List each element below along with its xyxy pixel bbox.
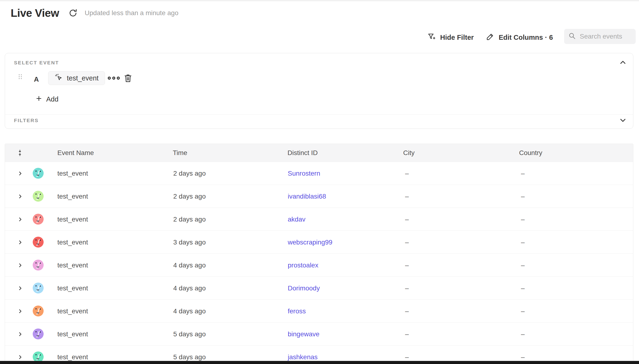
- refresh-icon[interactable]: [69, 8, 78, 18]
- user-avatar: [33, 237, 44, 248]
- column-header-event-name: Event Name: [57, 149, 94, 157]
- cell-distinct-id-link[interactable]: Dorimoody: [288, 284, 320, 292]
- cell-event-name: test_event: [57, 262, 88, 269]
- table-row: test_event 5 days ago bingewave – –: [5, 322, 633, 345]
- table-row: test_event 2 days ago akdav – –: [5, 208, 633, 230]
- cursor-click-icon: [55, 73, 63, 83]
- drag-handle-icon[interactable]: [18, 74, 23, 81]
- table-row: test_event 2 days ago ivandiblasi68 – –: [5, 184, 633, 208]
- cell-time: 5 days ago: [173, 353, 206, 361]
- cell-time: 4 days ago: [173, 308, 206, 315]
- cell-distinct-id-link[interactable]: Sunrostern: [288, 170, 320, 177]
- expand-row-chevron-icon[interactable]: [17, 285, 23, 292]
- cell-country: –: [521, 330, 525, 338]
- edit-columns-button[interactable]: Edit Columns · 6: [486, 33, 553, 42]
- page-header: Live View Updated less than a minute ago: [11, 7, 178, 20]
- cell-country: –: [521, 170, 525, 177]
- expand-row-chevron-icon[interactable]: [17, 193, 23, 200]
- user-avatar: [33, 328, 44, 340]
- cell-distinct-id-link[interactable]: webscraping99: [288, 238, 332, 246]
- cell-distinct-id-link[interactable]: ivandiblasi68: [288, 193, 326, 200]
- query-panel: SELECT EVENT A test_event: [5, 53, 633, 129]
- live-view-page: Live View Updated less than a minute ago…: [0, 0, 639, 364]
- cell-city: –: [405, 170, 409, 177]
- column-header-city: City: [403, 149, 414, 157]
- plus-icon: [35, 95, 43, 104]
- collapse-rows-icon[interactable]: [16, 149, 24, 158]
- collapse-section-chevron-up-icon[interactable]: [619, 58, 627, 66]
- cell-event-name: test_event: [57, 193, 88, 200]
- cell-event-name: test_event: [57, 284, 88, 292]
- event-row-letter: A: [34, 76, 39, 83]
- expand-row-chevron-icon[interactable]: [17, 354, 23, 361]
- cell-distinct-id-link[interactable]: feross: [288, 308, 306, 315]
- cell-event-name: test_event: [57, 308, 88, 315]
- cell-time: 2 days ago: [173, 170, 206, 177]
- search-icon: [568, 32, 576, 41]
- cell-distinct-id-link[interactable]: jashkenas: [288, 353, 318, 361]
- user-avatar: [33, 168, 44, 179]
- expand-row-chevron-icon[interactable]: [17, 170, 23, 178]
- column-header-time: Time: [173, 149, 187, 157]
- table-row: test_event 3 days ago webscraping99 – –: [5, 230, 633, 254]
- table-body: test_event 2 days ago Sunrostern – – tes…: [5, 162, 633, 364]
- cell-country: –: [521, 238, 525, 246]
- event-selector-chip[interactable]: test_event: [48, 71, 105, 85]
- user-avatar: [33, 214, 44, 224]
- cell-time: 2 days ago: [173, 216, 206, 223]
- cell-event-name: test_event: [57, 330, 88, 338]
- user-avatar: [33, 191, 44, 202]
- expand-filters-chevron-down-icon[interactable]: [619, 116, 627, 124]
- cell-city: –: [405, 284, 409, 292]
- hide-filter-label: Hide Filter: [440, 34, 474, 42]
- cell-country: –: [521, 353, 525, 361]
- select-event-label: SELECT EVENT: [14, 60, 59, 66]
- expand-row-chevron-icon[interactable]: [17, 331, 23, 338]
- user-avatar: [33, 306, 44, 316]
- cell-time: 4 days ago: [173, 284, 206, 292]
- cell-event-name: test_event: [57, 216, 88, 223]
- bottom-bar: [0, 361, 639, 364]
- column-header-country: Country: [519, 149, 542, 157]
- search-box[interactable]: [564, 29, 636, 44]
- cell-event-name: test_event: [57, 238, 88, 246]
- cell-distinct-id-link[interactable]: akdav: [288, 216, 306, 223]
- cell-time: 3 days ago: [173, 238, 206, 246]
- cell-city: –: [405, 216, 409, 223]
- cell-distinct-id-link[interactable]: prostoalex: [288, 262, 318, 269]
- cell-city: –: [405, 353, 409, 361]
- add-event-button[interactable]: Add: [35, 95, 59, 104]
- pencil-icon: [486, 32, 494, 42]
- cell-country: –: [521, 308, 525, 315]
- table-header: Event Name Time Distinct ID City Country: [5, 144, 633, 162]
- cell-country: –: [521, 262, 525, 269]
- panel-divider: [5, 114, 633, 114]
- filters-label: FILTERS: [14, 118, 39, 123]
- expand-row-chevron-icon[interactable]: [17, 239, 23, 246]
- cell-country: –: [521, 193, 525, 200]
- filter-plus-icon: [427, 32, 436, 42]
- hide-filter-button[interactable]: Hide Filter: [427, 33, 474, 42]
- cell-time: 2 days ago: [173, 193, 206, 200]
- cell-event-name: test_event: [57, 170, 88, 177]
- search-input[interactable]: [579, 32, 632, 40]
- more-options-icon[interactable]: [107, 76, 121, 81]
- table-row: test_event 2 days ago Sunrostern – –: [5, 162, 633, 184]
- cell-city: –: [405, 330, 409, 338]
- expand-row-chevron-icon[interactable]: [17, 308, 23, 315]
- trash-icon[interactable]: [123, 73, 132, 84]
- column-header-distinct-id: Distinct ID: [288, 149, 318, 157]
- page-title: Live View: [11, 7, 59, 20]
- user-avatar: [33, 282, 44, 294]
- table-row: test_event 4 days ago Dorimoody – –: [5, 276, 633, 300]
- cell-time: 5 days ago: [173, 330, 206, 338]
- user-avatar: [33, 260, 44, 270]
- cell-time: 4 days ago: [173, 262, 206, 269]
- cell-distinct-id-link[interactable]: bingewave: [288, 330, 319, 338]
- table-row: test_event 4 days ago feross – –: [5, 300, 633, 322]
- table-row: test_event 4 days ago prostoalex – –: [5, 254, 633, 276]
- expand-row-chevron-icon[interactable]: [17, 216, 23, 224]
- expand-row-chevron-icon[interactable]: [17, 262, 23, 269]
- cell-city: –: [405, 308, 409, 315]
- events-table: Event Name Time Distinct ID City Country…: [5, 144, 633, 364]
